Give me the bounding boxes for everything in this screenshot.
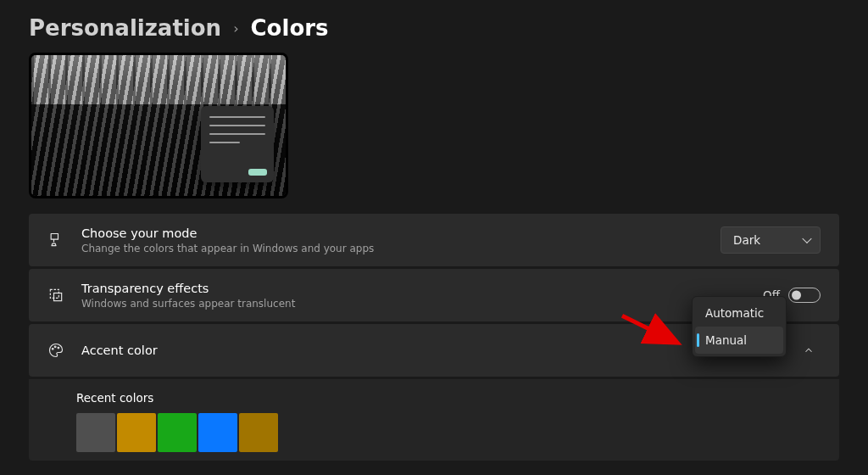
svg-rect-1	[54, 293, 62, 301]
svg-rect-0	[50, 289, 58, 298]
svg-point-4	[58, 347, 59, 349]
color-swatch[interactable]	[158, 413, 197, 452]
mode-select[interactable]: Dark	[721, 226, 821, 254]
dropdown-option-manual[interactable]: Manual	[695, 327, 783, 354]
svg-point-2	[52, 349, 53, 350]
recent-colors-label: Recent colors	[76, 391, 821, 405]
transparency-toggle[interactable]	[788, 288, 821, 303]
row-subtitle: Change the colors that appear in Windows…	[81, 243, 721, 254]
brush-icon	[47, 232, 64, 249]
row-title: Choose your mode	[81, 226, 721, 240]
breadcrumb-parent[interactable]: Personalization	[29, 15, 221, 41]
breadcrumb-current: Colors	[251, 15, 329, 41]
row-title: Accent color	[81, 344, 785, 357]
color-swatch[interactable]	[117, 413, 156, 452]
palette-icon	[47, 342, 64, 359]
color-swatch[interactable]	[76, 413, 115, 452]
color-swatch[interactable]	[198, 413, 237, 452]
color-swatch[interactable]	[239, 413, 278, 452]
row-title: Transparency effects	[81, 282, 763, 295]
breadcrumb: Personalization › Colors	[29, 15, 839, 41]
chevron-up-icon[interactable]	[797, 338, 821, 362]
accent-color-dropdown: Automatic Manual	[692, 296, 787, 357]
theme-preview	[29, 53, 839, 198]
transparency-icon	[47, 287, 64, 304]
mode-select-value: Dark	[733, 233, 760, 247]
row-subtitle: Windows and surfaces appear translucent	[81, 298, 763, 310]
dropdown-option-automatic[interactable]: Automatic	[695, 299, 783, 327]
accent-color-panel: Recent colors	[29, 379, 839, 461]
chevron-right-icon: ›	[233, 20, 238, 36]
toggle-knob	[792, 291, 801, 300]
window-preview	[201, 106, 274, 182]
svg-point-3	[54, 346, 56, 348]
row-choose-mode: Choose your mode Change the colors that …	[29, 214, 839, 266]
row-accent-color[interactable]: Accent color Automatic Manual	[29, 324, 839, 377]
recent-colors-swatches	[76, 413, 821, 452]
